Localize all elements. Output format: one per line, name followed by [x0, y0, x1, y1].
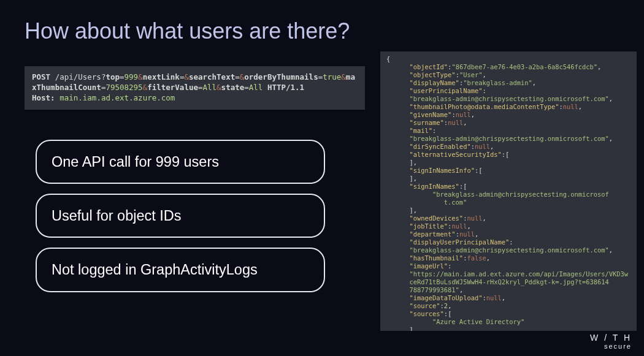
host-value: main.iam.ad.ext.azure.com [59, 93, 175, 102]
bullet-3: Not logged in GraphActivityLogs [36, 248, 325, 292]
request-line-1: POST /api/Users?top=999&nextLink=&search… [32, 72, 358, 93]
bullet-2: Useful for object IDs [36, 194, 325, 238]
brand-logo: W / T H secure [590, 333, 632, 350]
http-method: POST [32, 72, 50, 81]
http-protocol: HTTP/1.1 [267, 83, 304, 92]
request-host-line: Host: main.iam.ad.ext.azure.com [32, 93, 358, 104]
brand-logo-line2: secure [590, 343, 632, 350]
slide-title: How about what users are there? [25, 18, 350, 44]
bullet-1: One API call for 999 users [36, 140, 325, 184]
brand-logo-line1: W / T H [590, 333, 632, 343]
http-request-block: POST /api/Users?top=999&nextLink=&search… [25, 66, 365, 110]
json-response-block: { "objectId":"867dbee7-ae76-4e03-a2ba-6a… [380, 51, 637, 331]
http-path: /api/Users [55, 72, 101, 81]
bullet-list: One API call for 999 users Useful for ob… [36, 140, 325, 302]
host-label: Host: [32, 93, 55, 102]
